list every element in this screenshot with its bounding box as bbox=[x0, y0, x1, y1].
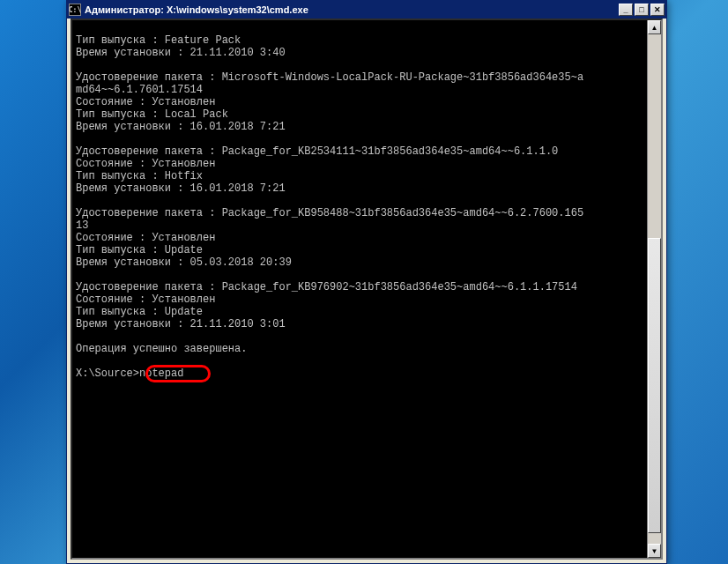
terminal-line: Тип выпуска : Feature Pack bbox=[76, 34, 241, 47]
prompt-path: X:\Source> bbox=[76, 367, 139, 380]
terminal-line: Тип выпуска : Hotfix bbox=[76, 170, 203, 182]
window-title: Администратор: X:\windows\system32\cmd.e… bbox=[85, 4, 619, 15]
terminal-line: Время установки : 16.01.2018 7:21 bbox=[76, 182, 286, 195]
terminal-line: Тип выпуска : Update bbox=[76, 244, 203, 256]
terminal-line: Удостоверение пакета : Package_for_KB958… bbox=[76, 207, 583, 219]
terminal-line: Тип выпуска : Local Pack bbox=[76, 108, 228, 121]
cmd-window: C:\ Администратор: X:\windows\system32\c… bbox=[66, 0, 667, 564]
maximize-button[interactable]: □ bbox=[635, 4, 649, 16]
titlebar[interactable]: C:\ Администратор: X:\windows\system32\c… bbox=[67, 1, 666, 19]
terminal-line: Тип выпуска : Update bbox=[76, 306, 203, 318]
terminal-line: 13 bbox=[76, 219, 88, 232]
terminal-line: Удостоверение пакета : Package_for_KB253… bbox=[76, 145, 558, 158]
terminal-line: Состояние : Установлен bbox=[76, 96, 215, 108]
terminal-line: Время установки : 16.01.2018 7:21 bbox=[76, 121, 286, 133]
scroll-up-button[interactable]: ▲ bbox=[648, 20, 661, 34]
terminal-area[interactable]: Тип выпуска : Feature Pack Время установ… bbox=[71, 19, 663, 560]
minimize-button[interactable]: _ bbox=[619, 4, 633, 16]
terminal-line: Состояние : Установлен bbox=[76, 293, 215, 306]
scrollbar-track[interactable] bbox=[648, 34, 661, 544]
terminal-line: Время установки : 21.11.2010 3:01 bbox=[76, 318, 286, 330]
terminal-line: Состояние : Установлен bbox=[76, 232, 215, 244]
close-button[interactable]: ✕ bbox=[650, 4, 665, 16]
app-icon: C:\ bbox=[69, 4, 81, 16]
terminal-content: Тип выпуска : Feature Pack Время установ… bbox=[72, 20, 661, 406]
terminal-line: Время установки : 21.11.2010 3:40 bbox=[76, 47, 286, 59]
vertical-scrollbar[interactable]: ▲ ▼ bbox=[647, 20, 661, 558]
scrollbar-thumb[interactable] bbox=[648, 238, 661, 533]
terminal-line: md64~~6.1.7601.17514 bbox=[76, 84, 203, 96]
terminal-line: Время установки : 05.03.2018 20:39 bbox=[76, 256, 292, 269]
scroll-down-button[interactable]: ▼ bbox=[648, 544, 661, 558]
terminal-line: Удостоверение пакета : Package_for_KB976… bbox=[76, 281, 577, 293]
terminal-line: Состояние : Установлен bbox=[76, 158, 215, 170]
terminal-line: Операция успешно завершена. bbox=[76, 343, 247, 355]
terminal-line: Удостоверение пакета : Microsoft-Windows… bbox=[76, 71, 583, 84]
prompt-command[interactable]: notepad bbox=[139, 367, 183, 380]
window-controls: _ □ ✕ bbox=[619, 4, 665, 16]
